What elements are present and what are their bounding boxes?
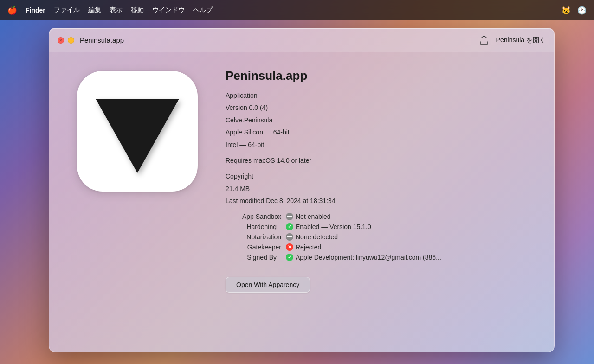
close-button[interactable]: ✕ (58, 37, 64, 44)
desktop: 🍎 Finder ファイル 編集 表示 移動 ウインドウ ヘルプ 🐱 🕐 ✕ P… (0, 0, 594, 364)
hardening-row: Hardening ✓ Enabled — Version 15.1.0 (226, 223, 531, 230)
sandbox-value: — Not enabled (286, 213, 331, 220)
apple-menu[interactable]: 🍎 (7, 6, 17, 15)
menubar-left: 🍎 Finder ファイル 編集 表示 移動 ウインドウ ヘルプ (7, 6, 213, 15)
info-window: ✕ Peninsula.app Peninsula を開く (49, 28, 555, 352)
menu-edit[interactable]: 編集 (88, 6, 101, 14)
open-peninsula-button[interactable]: Peninsula を開く (496, 36, 546, 45)
sandbox-icon: — (286, 213, 293, 220)
app-copyright: Copyright (226, 171, 531, 181)
sandbox-text: Not enabled (296, 213, 331, 220)
notarization-label: Notarization (226, 233, 281, 241)
spacer2 (226, 167, 531, 171)
notarization-value: — None detected (286, 233, 338, 241)
app-info: Peninsula.app Application Version 0.0 (4… (226, 66, 531, 293)
security-section: App Sandbox — Not enabled Hardening ✓ En… (226, 213, 531, 261)
app-size: 21.4 MB (226, 184, 531, 194)
app-arch1: Apple Silicon — 64-bit (226, 127, 531, 137)
minimize-button[interactable] (68, 37, 74, 44)
hardening-text: Enabled — Version 15.1.0 (296, 223, 371, 230)
notarization-icon: — (286, 233, 293, 241)
open-with-button[interactable]: Open With Apparency (226, 277, 310, 293)
gatekeeper-value: ✕ Rejected (286, 243, 321, 251)
app-icon-wrapper (77, 71, 198, 192)
menu-go[interactable]: 移動 (131, 6, 144, 14)
spacer1 (226, 152, 531, 155)
title-bar: ✕ Peninsula.app Peninsula を開く (49, 28, 554, 52)
menu-window[interactable]: ウインドウ (152, 6, 185, 14)
signed-row: Signed By ✓ Apple Development: linyuwu12… (226, 254, 531, 261)
menu-file[interactable]: ファイル (54, 6, 80, 14)
sandbox-row: App Sandbox — Not enabled (226, 213, 531, 220)
gatekeeper-text: Rejected (296, 243, 321, 251)
signed-text: Apple Development: linyuwu12@gmail.com (… (296, 254, 441, 261)
menu-help[interactable]: ヘルプ (193, 6, 213, 14)
notarization-text: None detected (296, 233, 338, 241)
app-type: Application (226, 90, 531, 101)
hardening-label: Hardening (226, 223, 281, 230)
share-button[interactable] (478, 34, 491, 47)
signed-value: ✓ Apple Development: linyuwu12@gmail.com… (286, 254, 441, 261)
menubar: 🍎 Finder ファイル 編集 表示 移動 ウインドウ ヘルプ 🐱 🕐 (0, 0, 594, 20)
window-controls: ✕ (58, 37, 74, 44)
hardening-icon: ✓ (286, 223, 293, 230)
sandbox-label: App Sandbox (226, 213, 281, 220)
signed-label: Signed By (226, 254, 281, 261)
content-area: Peninsula.app Application Version 0.0 (4… (49, 52, 554, 307)
app-version: Version 0.0 (4) (226, 102, 531, 113)
gatekeeper-icon: ✕ (286, 243, 293, 251)
menu-view[interactable]: 表示 (110, 6, 123, 14)
app-name: Peninsula.app (226, 69, 531, 83)
hardening-value: ✓ Enabled — Version 15.1.0 (286, 223, 371, 230)
notarization-row: Notarization — None detected (226, 233, 531, 241)
menubar-right: 🐱 🕐 (562, 6, 587, 15)
gatekeeper-row: Gatekeeper ✕ Rejected (226, 243, 531, 251)
gatekeeper-label: Gatekeeper (226, 243, 281, 251)
window-title: Peninsula.app (80, 36, 124, 44)
app-arch2: Intel — 64-bit (226, 140, 531, 150)
finder-icon: 🐱 (562, 6, 571, 15)
title-bar-right: Peninsula を開く (478, 34, 546, 47)
app-modified: Last modified Dec 8, 2024 at 18:31:34 (226, 196, 531, 206)
close-icon: ✕ (59, 38, 63, 43)
app-icon (96, 99, 179, 173)
time-machine-icon: 🕐 (577, 6, 587, 15)
app-requires: Requires macOS 14.0 or later (226, 155, 531, 166)
app-bundle-id: Celve.Peninsula (226, 115, 531, 125)
signed-icon: ✓ (286, 254, 293, 261)
menu-finder[interactable]: Finder (26, 6, 45, 14)
app-icon-area (72, 66, 202, 293)
